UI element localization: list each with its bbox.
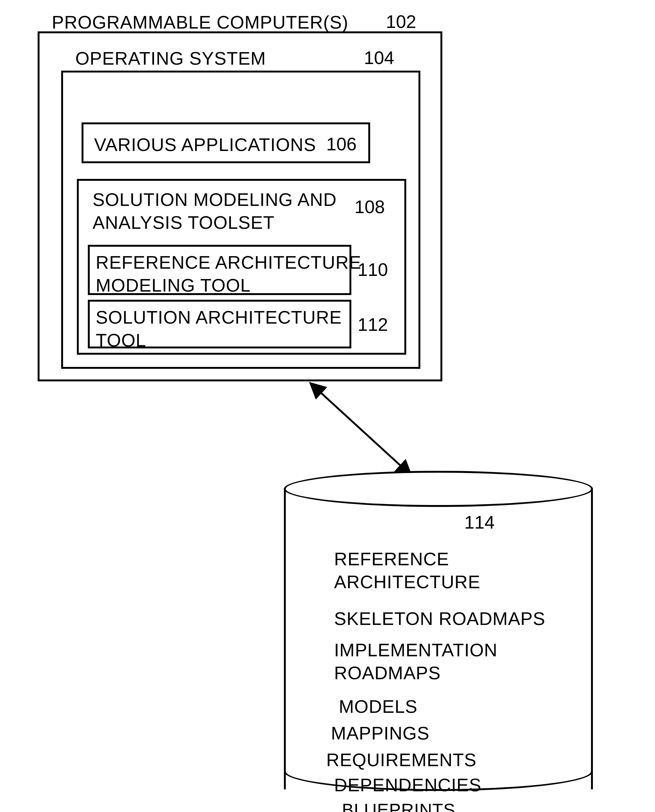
diagram-canvas: PROGRAMMABLE COMPUTER(S) 102 OPERATING S… [0, 0, 655, 812]
db-item-skeleton-roadmaps: SKELETON ROADMAPS [334, 607, 545, 630]
db-item-dependencies: DEPENDENCIES [334, 774, 481, 797]
ref-114: 114 [464, 512, 495, 533]
db-item-mappings: MAPPINGS [331, 722, 429, 745]
db-item-blueprints: BLUEPRINTS [342, 799, 455, 812]
db-item-requirements: REQUIREMENTS [326, 749, 477, 772]
svg-line-0 [315, 388, 406, 471]
db-item-reference-architecture: REFERENCE ARCHITECTURE [334, 548, 480, 593]
db-item-models: MODELS [339, 695, 418, 718]
db-item-implementation-roadmaps: IMPLEMENTATION ROADMAPS [334, 639, 498, 684]
